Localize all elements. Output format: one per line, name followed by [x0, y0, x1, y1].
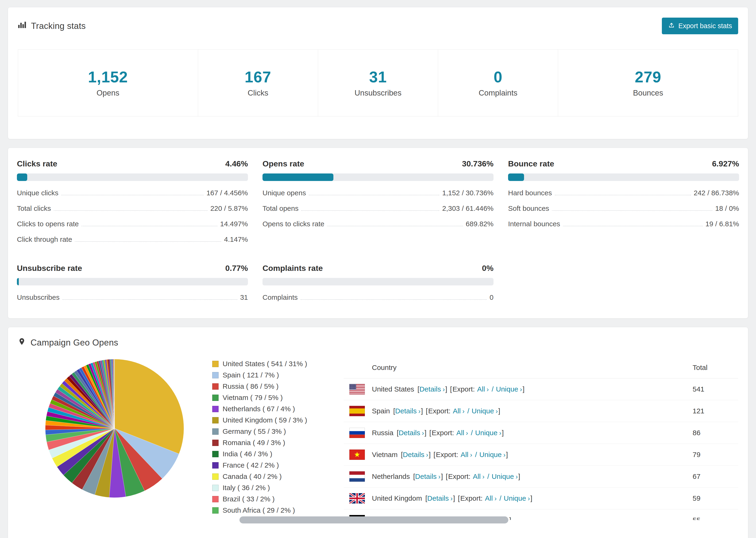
country-cell: United Kingdom [Details›] [Export:All›/U…: [350, 493, 693, 504]
pie-legend: United States ( 541 / 31% ) Spain ( 121 …: [212, 360, 344, 517]
country-cell: Spain [Details›] [Export:All›/Unique›]: [350, 406, 693, 416]
table-row: Spain [Details›] [Export:All›/Unique›] 1…: [344, 400, 738, 422]
export-label: Export:: [448, 472, 470, 480]
details-link[interactable]: Details: [419, 385, 441, 393]
tracking-title-text: Tracking stats: [31, 21, 86, 31]
country-flag-icon: [350, 428, 365, 438]
export-all-link[interactable]: All: [485, 494, 493, 502]
country-total: 59: [693, 494, 732, 502]
dotted-leader: [309, 195, 439, 195]
rate-section: Unsubscribe rate 0.77% Unsubscribes 31: [17, 264, 248, 305]
details-link[interactable]: Details: [415, 472, 437, 480]
legend-label: Italy ( 36 / 2% ): [223, 484, 270, 492]
legend-item: Spain ( 121 / 7% ): [212, 371, 344, 379]
rate-value: 30.736%: [462, 159, 494, 168]
rate-row-value: 4.147%: [224, 236, 248, 243]
bracket: ]: [518, 472, 520, 480]
rate-row-label: Click through rate: [17, 236, 72, 243]
legend-color-swatch: [212, 496, 219, 502]
country-flag-icon: [350, 384, 365, 394]
details-link[interactable]: Details: [395, 407, 417, 415]
export-unique-link[interactable]: Unique: [492, 472, 514, 480]
bracket: ]: [502, 429, 504, 437]
table-row: Russia [Details›] [Export:All›/Unique›] …: [344, 422, 738, 444]
rate-detail-row: Hard bounces 242 / 86.738%: [508, 185, 739, 201]
rate-title: Clicks rate: [17, 159, 57, 168]
export-all-link[interactable]: All: [460, 451, 468, 458]
stat-value: 167: [198, 69, 318, 85]
legend-item: South Africa ( 29 / 2% ): [212, 506, 344, 514]
rate-header: Complaints rate 0%: [262, 264, 494, 273]
details-group: [Details›]: [401, 451, 431, 459]
export-all-link[interactable]: All: [457, 429, 464, 437]
legend-label: France ( 42 / 2% ): [223, 461, 279, 469]
chevron-icon: ›: [495, 495, 497, 502]
details-group: [Details›]: [413, 472, 443, 480]
rate-section: Opens rate 30.736% Unique opens 1,152 / …: [262, 159, 494, 247]
country-name: Netherlands: [372, 472, 410, 480]
bracket: [: [413, 472, 415, 480]
rate-progress-fill: [17, 174, 27, 181]
country-cell: Netherlands [Details›] [Export:All›/Uniq…: [350, 471, 693, 482]
chevron-icon: ›: [515, 473, 518, 480]
stat-cell: 1,152 Opens: [18, 49, 198, 116]
export-unique-link[interactable]: Unique: [472, 407, 494, 415]
export-basic-stats-button[interactable]: Export basic stats: [662, 18, 738, 34]
details-link[interactable]: Details: [403, 451, 424, 458]
rate-rows: Unique clicks 167 / 4.456% Total clicks …: [17, 185, 248, 247]
details-group: [Details›]: [425, 494, 455, 502]
rate-row-label: Unique clicks: [17, 189, 58, 197]
bar-chart-icon: [18, 21, 26, 31]
export-unique-link[interactable]: Unique: [479, 451, 502, 458]
geo-title-text: Campaign Geo Opens: [30, 338, 118, 348]
export-all-link[interactable]: All: [477, 385, 485, 393]
chevron-icon: ›: [443, 386, 445, 393]
rate-row-value: 167 / 4.456%: [206, 189, 248, 197]
rate-rows: Unique opens 1,152 / 30.736% Total opens…: [262, 185, 494, 232]
rate-rows: Complaints 0: [262, 290, 494, 305]
legend-label: Vietnam ( 79 / 5% ): [223, 394, 283, 402]
details-link[interactable]: Details: [399, 429, 420, 437]
export-label: Export:: [432, 429, 454, 437]
rate-section: Bounce rate 6.927% Hard bounces 242 / 86…: [508, 159, 739, 247]
country-total: 79: [693, 451, 732, 459]
export-unique-link[interactable]: Unique: [504, 494, 526, 502]
export-group: [Export:All›/Unique›]: [450, 385, 524, 393]
legend-color-swatch: [212, 485, 219, 491]
rate-progress-bar: [17, 278, 248, 286]
export-group: [Export:All›/Unique›]: [446, 472, 520, 480]
rate-row-label: Internal bounces: [508, 220, 560, 228]
rate-detail-row: Unique clicks 167 / 4.456%: [17, 185, 248, 201]
rate-detail-row: Internal bounces 19 / 6.81%: [508, 216, 739, 232]
legend-color-swatch: [212, 440, 219, 446]
rate-header: Unsubscribe rate 0.77%: [17, 264, 248, 273]
legend-label: Romania ( 49 / 3% ): [223, 439, 285, 447]
rate-value: 4.46%: [225, 159, 248, 168]
rate-row-value: 14.497%: [220, 220, 248, 228]
bracket: [: [446, 472, 448, 480]
chevron-icon: ›: [528, 495, 530, 502]
chevron-icon: ›: [496, 407, 498, 415]
bracket: ]: [421, 407, 423, 415]
tracking-title: Tracking stats: [18, 21, 86, 31]
rate-title: Unsubscribe rate: [17, 264, 82, 273]
pie-svg[interactable]: [44, 358, 185, 499]
export-all-link[interactable]: All: [453, 407, 460, 415]
rate-row-label: Unsubscribes: [17, 294, 60, 301]
chevron-icon: ›: [438, 473, 441, 480]
country-cell: Vietnam [Details›] [Export:All›/Unique›]: [350, 450, 693, 460]
slash-separator: /: [499, 494, 501, 502]
geo-pie-chart: [44, 358, 185, 500]
bracket: [: [397, 429, 399, 437]
legend-label: United States ( 541 / 31% ): [223, 360, 307, 368]
legend-label: South Africa ( 29 / 2% ): [223, 506, 295, 514]
export-group: [Export:All›/Unique›]: [426, 407, 500, 415]
rate-row-label: Total opens: [262, 204, 298, 212]
horizontal-scrollbar[interactable]: [240, 516, 508, 523]
export-all-link[interactable]: All: [473, 472, 481, 480]
dotted-leader: [54, 210, 207, 211]
export-unique-link[interactable]: Unique: [496, 385, 518, 393]
export-unique-link[interactable]: Unique: [475, 429, 498, 437]
stats-row: 1,152 Opens 167 Clicks 31 Unsubscribes 0…: [18, 49, 738, 116]
details-link[interactable]: Details: [427, 494, 449, 502]
